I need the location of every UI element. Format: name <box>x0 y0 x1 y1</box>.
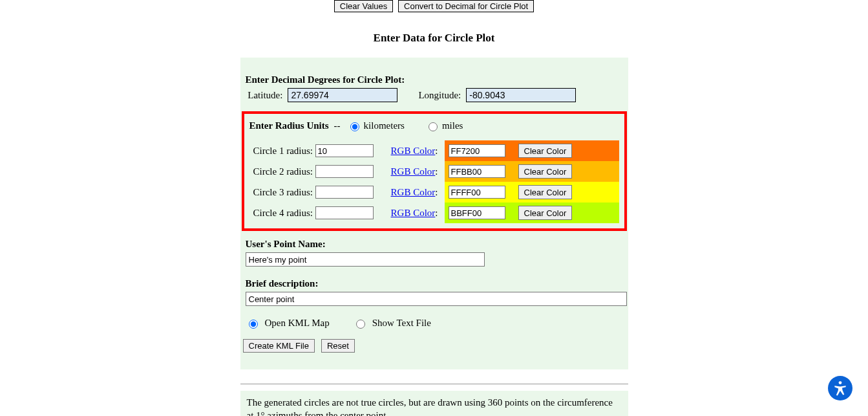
accessibility-icon[interactable] <box>828 376 852 400</box>
circle-3-color-swatch: Clear Color <box>445 182 619 203</box>
kilometers-option[interactable]: kilometers <box>347 120 405 131</box>
description-title: Brief description: <box>246 278 623 289</box>
circle-4-rgb-link[interactable]: RGB Color <box>391 208 436 218</box>
circle-4-color-input[interactable] <box>449 206 505 219</box>
circle-2-label: Circle 2 radius: <box>249 166 315 177</box>
circle-3-rgb-link[interactable]: RGB Color <box>391 187 436 197</box>
longitude-input[interactable] <box>466 88 576 102</box>
circle-1-label: Circle 1 radius: <box>249 146 315 157</box>
circle-1-clear-color-button[interactable]: Clear Color <box>518 144 573 158</box>
circle-2-clear-color-button[interactable]: Clear Color <box>518 164 573 179</box>
kilometers-radio[interactable] <box>350 122 359 131</box>
open-kml-option[interactable]: Open KML Map <box>246 318 330 329</box>
radius-units-title: Enter Radius Units <box>249 120 329 131</box>
circle-row-1: Circle 1 radius:RGB Color:Clear Color <box>249 140 619 161</box>
circle-1-color-swatch: Clear Color <box>445 140 619 161</box>
open-kml-radio[interactable] <box>249 320 258 329</box>
circle-4-clear-color-button[interactable]: Clear Color <box>518 206 573 220</box>
circle-3-color-input[interactable] <box>449 186 505 199</box>
circle-1-color-input[interactable] <box>449 144 505 157</box>
circle-3-radius-input[interactable] <box>315 186 374 199</box>
longitude-label: Longitude: <box>418 90 461 101</box>
circle-row-3: Circle 3 radius:RGB Color:Clear Color <box>249 182 619 203</box>
circle-row-4: Circle 4 radius:RGB Color:Clear Color <box>249 203 619 223</box>
convert-decimal-button[interactable]: Convert to Decimal for Circle Plot <box>398 0 534 12</box>
radius-units-dashes: -- <box>334 120 341 131</box>
point-name-input[interactable] <box>246 252 485 267</box>
circle-2-radius-input[interactable] <box>315 165 374 178</box>
open-kml-label: Open KML Map <box>265 318 330 329</box>
circle-1-rgb-link[interactable]: RGB Color <box>391 146 436 156</box>
circle-3-clear-color-button[interactable]: Clear Color <box>518 185 573 199</box>
circle-4-radius-input[interactable] <box>315 206 374 219</box>
create-kml-button[interactable]: Create KML File <box>243 339 315 353</box>
latitude-label: Latitude: <box>246 90 283 101</box>
reset-button[interactable]: Reset <box>321 339 355 353</box>
show-text-label: Show Text File <box>372 318 431 329</box>
show-text-option[interactable]: Show Text File <box>353 318 431 329</box>
decimal-degrees-title: Enter Decimal Degrees for Circle Plot: <box>246 74 623 85</box>
circle-row-2: Circle 2 radius:RGB Color:Clear Color <box>249 161 619 182</box>
divider <box>240 384 628 384</box>
show-text-radio[interactable] <box>356 320 365 329</box>
miles-option[interactable]: miles <box>425 120 463 131</box>
circle-plot-panel: Enter Decimal Degrees for Circle Plot: L… <box>240 58 628 369</box>
miles-radio[interactable] <box>429 122 438 131</box>
radius-highlight-block: Enter Radius Units -- kilometers miles C… <box>242 111 627 231</box>
description-input[interactable] <box>246 292 627 306</box>
circle-2-rgb-link[interactable]: RGB Color <box>391 166 436 177</box>
circle-1-radius-input[interactable] <box>315 144 374 157</box>
circle-2-color-swatch: Clear Color <box>445 161 619 182</box>
latitude-input[interactable] <box>288 88 397 102</box>
note-text: The generated circles are not true circl… <box>240 391 628 416</box>
point-name-title: User's Point Name: <box>246 239 623 250</box>
circle-3-label: Circle 3 radius: <box>249 187 315 198</box>
miles-label: miles <box>442 120 463 131</box>
clear-values-button[interactable]: Clear Values <box>334 0 393 12</box>
circle-2-color-input[interactable] <box>449 165 505 178</box>
circle-4-color-swatch: Clear Color <box>445 203 619 223</box>
page-title: Enter Data for Circle Plot <box>0 32 868 45</box>
circle-4-label: Circle 4 radius: <box>249 208 315 219</box>
kilometers-label: kilometers <box>364 120 405 131</box>
svg-point-0 <box>839 381 842 384</box>
